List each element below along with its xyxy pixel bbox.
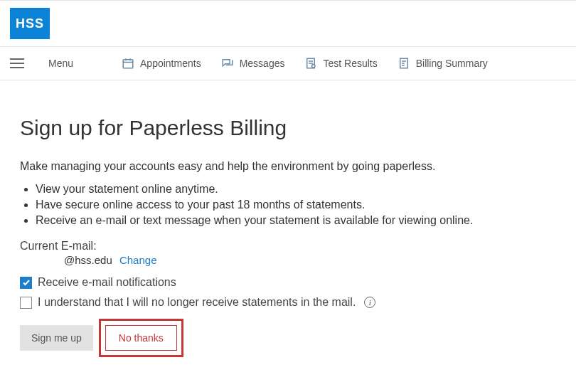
lab-results-icon [304,57,317,70]
nav-messages[interactable]: Messages [221,57,285,70]
nav-item-label: Messages [240,58,285,69]
annotation-highlight: No thanks [99,319,183,357]
billing-icon [398,57,410,70]
top-nav: Menu Appointments Messages Test Results … [0,47,576,80]
checkbox-email-notifications[interactable] [20,277,32,289]
list-item: Receive an e-mail or text message when y… [36,214,535,227]
calendar-icon [122,57,134,70]
intro-text: Make managing your accounts easy and hel… [20,160,535,173]
checkbox-label: Receive e-mail notifications [38,276,176,289]
menu-label[interactable]: Menu [48,58,73,69]
nav-billing-summary[interactable]: Billing Summary [398,57,488,70]
page-title: Sign up for Paperless Billing [20,116,535,140]
info-icon[interactable]: i [364,297,375,308]
messages-icon [221,57,234,70]
list-item: View your statement online anytime. [36,183,535,196]
benefits-list: View your statement online anytime. Have… [20,183,535,227]
no-thanks-button[interactable]: No thanks [105,325,177,351]
current-email-value: @hss.edu [64,254,112,266]
sign-me-up-button[interactable]: Sign me up [20,325,93,351]
checkbox-label: I understand that I will no longer recei… [38,296,356,309]
nav-item-label: Billing Summary [416,58,488,69]
nav-item-label: Appointments [140,58,201,69]
change-email-link[interactable]: Change [119,254,157,266]
nav-test-results[interactable]: Test Results [304,57,377,70]
current-email-label: Current E-mail: [20,240,535,253]
list-item: Have secure online access to your past 1… [36,198,535,211]
checkbox-understand[interactable] [20,297,32,309]
brand-logo[interactable]: HSS [10,8,50,39]
main-content: Sign up for Paperless Billing Make manag… [0,80,555,386]
nav-appointments[interactable]: Appointments [122,57,201,70]
svg-rect-0 [123,60,133,68]
svg-point-7 [312,65,316,68]
nav-item-label: Test Results [323,58,377,69]
hamburger-menu-icon[interactable] [10,55,24,71]
